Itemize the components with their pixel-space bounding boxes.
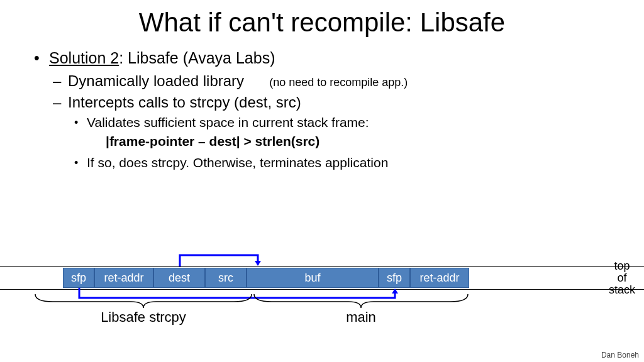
cell-sfp-1: sfp (63, 268, 94, 288)
slide-body: Solution 2: Libsafe (Avaya Labs) Dynamic… (0, 49, 644, 170)
cell-buf: buf (247, 268, 379, 288)
cell-retaddr-2: ret-addr (410, 268, 469, 288)
bullet-solution2: Solution 2: Libsafe (Avaya Labs) (31, 49, 625, 67)
dyn-text: Dynamically loaded library (68, 72, 244, 89)
cell-sfp-2: sfp (379, 268, 410, 288)
tos-line3: stack (609, 284, 635, 296)
brace-label-main: main (253, 309, 469, 326)
dyn-note: (no need to recompile app.) (269, 76, 408, 89)
brace-main (253, 293, 469, 309)
bullet-intercept: Intercepts calls to strcpy (dest, src) (31, 94, 625, 111)
formula: |frame-pointer – dest| > strlen(src) (31, 134, 625, 149)
arrow-dest-to-buf (0, 251, 644, 270)
top-of-stack-label: top of stack (609, 260, 635, 296)
cell-dest: dest (153, 268, 205, 288)
brace-libsafe (34, 293, 253, 309)
brace-label-libsafe: Libsafe strcpy (34, 309, 253, 326)
bullet-validates: Validates sufficient space in current st… (31, 115, 625, 130)
slide-title: What if can't recompile: Libsafe (0, 8, 644, 38)
bullet-dynamic: Dynamically loaded library (no need to r… (31, 72, 625, 90)
bullet-ifso: If so, does strcpy. Otherwise, terminate… (31, 155, 625, 170)
footer-author: Dan Boneh (601, 351, 639, 359)
cell-src: src (205, 268, 247, 288)
tos-line2: of (609, 272, 635, 284)
sol2-text: : Libsafe (Avaya Labs) (119, 49, 275, 67)
stack-diagram: sfp ret-addr dest src buf sfp ret-addr t… (0, 256, 644, 344)
tos-line1: top (609, 260, 635, 272)
sol2-label: Solution 2 (49, 49, 119, 67)
cell-retaddr-1: ret-addr (94, 268, 153, 288)
